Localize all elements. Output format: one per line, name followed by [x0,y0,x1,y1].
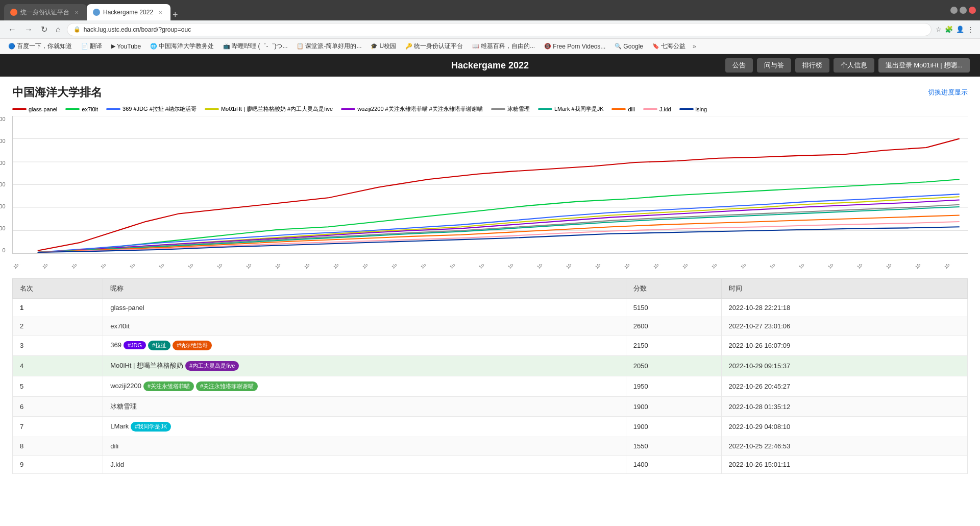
bookmark-wiki-label: 维基百科，自由的... [481,42,535,51]
new-tab-button[interactable]: + [173,10,178,20]
legend-label-2: 369 #JDG #拉扯 #纳尔绝活哥 [122,105,197,113]
tag: #关注永雏塔菲喵 [143,381,194,391]
bookmark-uxiaoyuan-label: U校园 [379,42,396,51]
x-label: 10-27 12:00 [681,264,702,270]
tag: #JDG [124,341,146,349]
cell-time: 2022-10-25 22:46:53 [721,437,968,456]
qa-button[interactable]: 问与答 [757,58,791,73]
bookmark-qihai[interactable]: 🔖 七海公益 [648,40,690,52]
cell-rank: 9 [13,456,103,474]
profile-icon[interactable]: 👤 [956,26,964,33]
switch-display-button[interactable]: 切换进度显示 [928,88,968,97]
bookmarks-more[interactable]: » [693,43,696,50]
cell-score: 2150 [626,336,721,356]
x-label: 10-26 21:00 [623,264,644,270]
tag: #我同学是JK [131,422,171,432]
x-axis-labels: 10-22 12:00 10-22 17:00 10-22 22:00 10-2… [12,264,968,271]
x-label: 10-24 14:00 [303,264,324,270]
extensions-icon[interactable]: 🧩 [945,26,953,33]
close-window-button[interactable] [969,7,976,14]
bookmark-wiki[interactable]: 📖 维基百科，自由的... [468,40,539,52]
legend-item-5: 冰糖雪理 [491,105,530,113]
uxiaoyuan-icon: 🎓 [371,43,378,50]
legend-color-5 [491,108,505,110]
cell-name: 369#JDG#拉扯#纳尔绝活哥 [103,336,626,356]
legend-label-7: dili [628,106,634,112]
legend-item-7: dili [611,105,634,113]
tab-2-favicon [93,9,100,16]
bookmark-uxiaoyuan[interactable]: 🎓 U校园 [366,40,400,52]
bookmark-auth-label: 统一身份认证平台 [414,42,463,51]
maximize-button[interactable] [960,7,967,14]
tab-2[interactable]: Hackergame 2022 ✕ [87,4,170,20]
cell-name: 冰糖雪理 [103,397,626,417]
legend-color-2 [106,108,120,110]
table-row: 4Mo0iHt | 想喝兰格格酸奶#内工大灵岛是five20502022-10-… [13,356,968,376]
legend-color-7 [611,108,626,110]
x-label: 10-23 23:00 [216,264,237,270]
refresh-button[interactable]: ↻ [39,23,50,35]
lock-icon: 🔒 [74,26,81,33]
url-text: hack.lug.ustc.edu.cn/board/?group=ouc [84,26,191,33]
table-row: 3369#JDG#拉扯#纳尔绝活哥21502022-10-26 16:07:09 [13,336,968,356]
bookmark-ph[interactable]: 🔞 Free Porn Videos... [540,41,609,52]
x-label: 10-25 00:00 [361,264,382,270]
x-label: 10-23 13:00 [158,264,179,270]
tab-2-close[interactable]: ✕ [156,8,164,16]
ranking-table: 名次 昵称 分数 时间 1glass-panel51502022-10-28 2… [12,278,968,474]
tag: #纳尔绝活哥 [173,341,212,350]
legend-color-6 [538,108,552,110]
profile-button[interactable]: 个人信息 [834,58,874,73]
x-label: 10-22 12:00 [12,264,33,270]
tab-1-close[interactable]: ✕ [72,8,81,16]
menu-icon[interactable]: ⋮ [967,26,974,33]
col-rank: 名次 [13,279,103,299]
x-label: 10-28 13:00 [827,264,848,270]
bookmark-google[interactable]: 🔍 Google [610,41,647,52]
legend-item-0: glass-panel [12,105,57,113]
col-score: 分数 [626,279,721,299]
x-label: 10-26 07:00 [536,264,557,270]
legend-color-0 [12,108,27,110]
chart-legend: glass-panel ex7l0it 369 #JDG #拉扯 #纳尔绝活哥 … [12,105,968,113]
x-label: 10-23 18:00 [187,264,208,270]
bookmark-bilibili[interactable]: 📺 哔哩哔哩 (゜-゜)つ... [219,40,291,52]
bookmark-youtube[interactable]: ▶ YouTube [107,41,145,52]
tab-1-title: 统一身份认证平台 [20,8,69,17]
url-bar[interactable]: 🔒 hack.lug.ustc.edu.cn/board/?group=ouc [67,23,932,36]
cell-name: ex7l0it [103,317,626,336]
bookmark-google-label: Google [623,43,643,50]
browser-chrome: 统一身份认证平台 ✕ Hackergame 2022 ✕ + [0,0,980,20]
x-label: 10-27 07:00 [652,264,673,270]
x-label: 10-25 16:00 [449,264,470,270]
page-title-row: 中国海洋大学排名 切换进度显示 [12,85,968,100]
announcement-button[interactable]: 公告 [725,58,753,73]
legend-label-4: woziji2200 #关注永雏塔菲喵 #关注永雏塔菲谢谢喵 [357,105,483,113]
tab-1[interactable]: 统一身份认证平台 ✕ [4,4,87,20]
tab-bar: 统一身份认证平台 ✕ Hackergame 2022 ✕ + [4,0,178,20]
table-row: 8dili15502022-10-25 22:46:53 [13,437,968,456]
wiki-icon: 📖 [472,43,479,50]
cell-time: 2022-10-28 01:35:12 [721,397,968,417]
bookmark-translate[interactable]: 📄 翻译 [77,40,106,52]
y-label-6000: 6,000 [0,116,6,122]
x-label: 10-25 21:00 [478,264,499,270]
ranking-button[interactable]: 排行榜 [795,58,829,73]
y-axis-labels: 6,000 5,000 4,000 3,000 2,000 1,000 0 [0,116,6,253]
forward-button[interactable]: → [22,24,35,35]
ouc-icon: 🌐 [150,43,157,50]
home-button[interactable]: ⌂ [54,24,63,35]
back-button[interactable]: ← [6,24,18,35]
bookmark-icon[interactable]: ☆ [936,26,942,33]
logout-button[interactable]: 退出登录 Mo01iHt | 想嗯... [878,58,970,73]
cell-name: LMark#我同学是JK [103,417,626,437]
tag: #拉扯 [148,341,170,350]
page-title: 中国海洋大学排名 [12,85,102,100]
youtube-icon: ▶ [111,43,115,50]
bookmark-auth[interactable]: 🔑 统一身份认证平台 [401,40,467,52]
bookmark-ketang[interactable]: 📋 课堂派-简单好用的... [292,40,365,52]
bookmark-baidu[interactable]: 🔵 百度一下，你就知道 [4,40,76,52]
bookmark-ouc[interactable]: 🌐 中国海洋大学教务处 [146,40,218,52]
bilibili-icon: 📺 [223,43,230,50]
minimize-button[interactable] [950,7,958,14]
